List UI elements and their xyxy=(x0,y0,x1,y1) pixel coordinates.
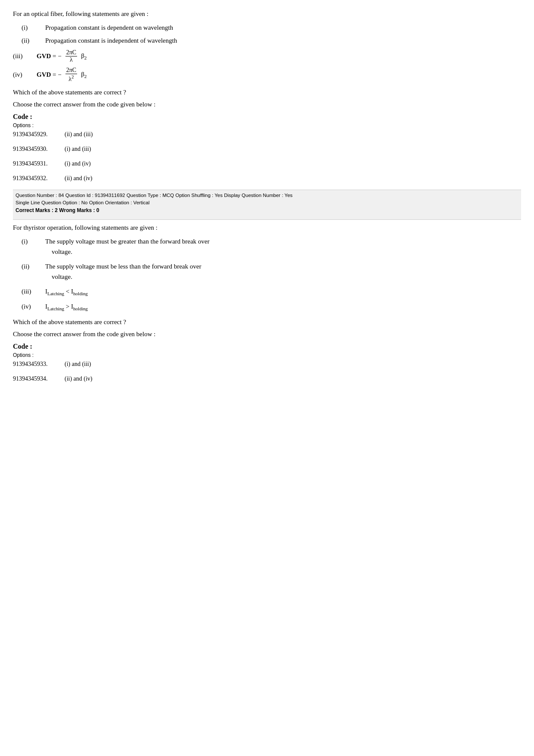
q84-stmt-iv: (iv) ILatching > Iholding xyxy=(22,301,521,313)
question-83-block: For an optical fiber, following statemen… xyxy=(13,9,521,182)
q84-stmt-ii-num: (ii) xyxy=(22,261,45,282)
q83-fraction-iii: 2πC λ xyxy=(65,49,77,63)
q83-stmt-i: (i) Propagation constant is dependent on… xyxy=(22,22,521,33)
q84-stmt-i: (i) The supply voltage must be greater t… xyxy=(22,236,521,257)
q83-beta-iv: β2 xyxy=(81,71,87,79)
q83-fraction-iv: 2πC λ2 xyxy=(65,67,77,83)
q83-option-1-text: (ii) and (iii) xyxy=(65,131,93,138)
q84-stmt-iv-num: (iv) xyxy=(22,301,45,313)
q83-statements: (i) Propagation constant is dependent on… xyxy=(22,22,521,46)
q83-options-list: 91394345929. (ii) and (iii) 91394345930.… xyxy=(13,131,521,182)
q83-option-2: 91394345930. (i) and (iii) xyxy=(13,146,521,153)
q83-stmt-i-num: (i) xyxy=(22,22,45,33)
q83-formula-iii-content: GVD = − 2πC λ β2 xyxy=(37,49,87,63)
q83-option-4-text: (ii) and (iv) xyxy=(65,175,93,182)
q83-option-1-id: 91394345929. xyxy=(13,131,65,138)
q83-formula-iii-label: (iii) xyxy=(13,53,37,60)
q83-frac-iii-den: λ xyxy=(69,56,74,63)
q84-which-correct: Which of the above statements are correc… xyxy=(13,317,521,327)
q83-frac-iv-num: 2πC xyxy=(65,67,77,74)
question-84-block: For thyristor operation, following state… xyxy=(13,222,521,382)
q83-option-1: 91394345929. (ii) and (iii) xyxy=(13,131,521,138)
q83-code-label: Code : xyxy=(13,113,521,121)
q83-formula-iv-label: (iv) xyxy=(13,71,37,78)
q83-gvd-iii: GVD = − xyxy=(37,53,62,60)
q84-stmt-iii-text: ILatching < Iholding xyxy=(45,286,521,298)
q84-meta-block: Question Number : 84 Question Id : 91394… xyxy=(13,190,521,220)
q83-option-2-id: 91394345930. xyxy=(13,146,65,153)
q83-beta-iii: β2 xyxy=(81,52,87,60)
q84-option-2-text: (ii) and (iv) xyxy=(65,375,93,382)
q84-option-1: 91394345933. (i) and (iii) xyxy=(13,361,521,368)
q83-option-4: 91394345932. (ii) and (iv) xyxy=(13,175,521,182)
q84-option-1-id: 91394345933. xyxy=(13,361,65,368)
q84-marks: Correct Marks : 2 Wrong Marks : 0 xyxy=(16,206,518,214)
q84-option-1-text: (i) and (iii) xyxy=(65,361,91,368)
q84-stmt-iv-text: ILatching > Iholding xyxy=(45,301,521,313)
q83-options-label: Options : xyxy=(13,122,521,128)
q83-option-3: 91394345931. (i) and (iv) xyxy=(13,160,521,167)
q84-choose: Choose the correct answer from the code … xyxy=(13,329,521,339)
q83-frac-iii-num: 2πC xyxy=(65,49,77,56)
q84-stmt-ii-text: The supply voltage must be less than the… xyxy=(45,261,521,282)
q84-stmt-i-num: (i) xyxy=(22,236,45,257)
q84-options-label: Options : xyxy=(13,352,521,358)
q83-stmt-i-text: Propagation constant is dependent on wav… xyxy=(45,22,521,33)
q83-intro: For an optical fiber, following statemen… xyxy=(13,9,521,19)
q84-code-label: Code : xyxy=(13,343,521,350)
q84-stmt-iii-num: (iii) xyxy=(22,286,45,298)
q84-stmt-i-text: The supply voltage must be greater than … xyxy=(45,236,521,257)
q83-option-3-text: (i) and (iv) xyxy=(65,160,91,167)
q84-statements: (i) The supply voltage must be greater t… xyxy=(22,236,521,312)
q84-meta-line1: Question Number : 84 Question Id : 91394… xyxy=(16,192,518,199)
q83-stmt-ii-text: Propagation constant is independent of w… xyxy=(45,35,521,46)
q84-options-list: 91394345933. (i) and (iii) 91394345934. … xyxy=(13,361,521,382)
q83-formula-iv-content: GVD = − 2πC λ2 β2 xyxy=(37,67,87,83)
q83-formula-iv: (iv) GVD = − 2πC λ2 β2 xyxy=(13,67,521,83)
q84-option-2: 91394345934. (ii) and (iv) xyxy=(13,375,521,382)
q83-stmt-ii-num: (ii) xyxy=(22,35,45,46)
q83-stmt-ii: (ii) Propagation constant is independent… xyxy=(22,35,521,46)
q83-frac-iv-den: λ2 xyxy=(68,74,75,83)
q83-formula-iii: (iii) GVD = − 2πC λ β2 xyxy=(13,49,521,63)
q83-choose: Choose the correct answer from the code … xyxy=(13,99,521,109)
q84-intro: For thyristor operation, following state… xyxy=(13,222,521,233)
q84-stmt-ii: (ii) The supply voltage must be less tha… xyxy=(22,261,521,282)
q84-stmt-iii: (iii) ILatching < Iholding xyxy=(22,286,521,298)
q83-gvd-iv: GVD = − xyxy=(37,71,62,78)
q83-option-2-text: (i) and (iii) xyxy=(65,146,91,153)
q83-option-4-id: 91394345932. xyxy=(13,175,65,182)
q84-meta-line2: Single Line Question Option : No Option … xyxy=(16,199,518,206)
q83-option-3-id: 91394345931. xyxy=(13,160,65,167)
q83-which-correct: Which of the above statements are correc… xyxy=(13,87,521,97)
q84-option-2-id: 91394345934. xyxy=(13,375,65,382)
